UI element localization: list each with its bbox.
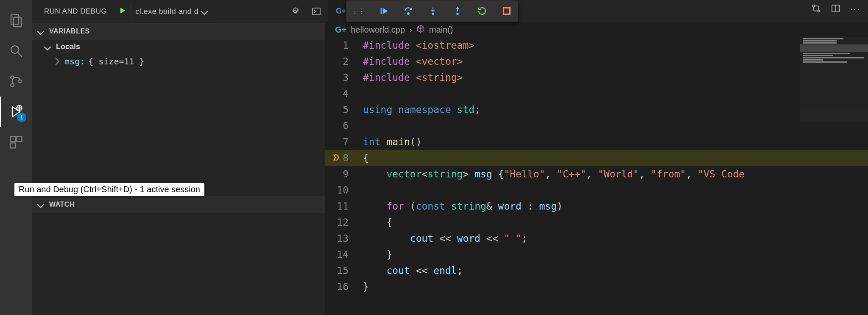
debug-config-select[interactable]: cl.exe build and d	[131, 4, 214, 19]
code-line[interactable]: 14 }	[325, 246, 868, 262]
svg-rect-14	[313, 8, 320, 15]
line-number: 14	[325, 246, 363, 262]
activity-debug[interactable]: 1	[0, 97, 32, 127]
code-line[interactable]: 9 vector<string> msg {"Hello", "C++", "W…	[325, 166, 868, 182]
code-line[interactable]: 4	[325, 86, 868, 102]
line-number: 1	[325, 37, 363, 53]
line-number: 11	[325, 198, 363, 214]
code-line[interactable]: 16}	[325, 279, 868, 295]
variable-value: { size=11 }	[88, 56, 144, 66]
stop-icon	[503, 7, 511, 15]
svg-point-16	[432, 13, 434, 15]
code-text: int main()	[363, 134, 868, 150]
debug-config-name: cl.exe build and d	[135, 7, 198, 16]
code-line[interactable]: 2#include <vector>	[325, 53, 868, 69]
compare-icon[interactable]	[811, 3, 821, 15]
code-text: cout << word << " ";	[363, 230, 868, 246]
debug-continue-button[interactable]	[378, 5, 390, 17]
debug-step-over-button[interactable]	[402, 5, 414, 17]
code-text: }	[363, 279, 868, 295]
line-number: 10	[325, 182, 363, 198]
split-editor-icon[interactable]	[831, 3, 841, 15]
start-debug-icon[interactable]	[119, 7, 126, 17]
code-text: #include <string>	[363, 69, 868, 86]
chevron-down-icon	[37, 201, 45, 208]
debug-badge: 1	[17, 113, 26, 122]
activity-search[interactable]	[0, 36, 32, 66]
variables-section-header[interactable]: VARIABLES	[32, 23, 325, 40]
svg-point-6	[18, 80, 22, 83]
code-line[interactable]: 8{	[325, 150, 868, 166]
code-text: #include <iostream>	[363, 37, 868, 53]
breadcrumb[interactable]: G+ helloworld.cpp › main()	[325, 22, 868, 37]
watch-section-header[interactable]: WATCH	[32, 196, 325, 213]
code-editor[interactable]: 1#include <iostream>2#include <vector>3#…	[325, 37, 868, 315]
settings-icon[interactable]	[287, 3, 304, 20]
debug-step-out-button[interactable]	[452, 5, 463, 17]
line-number: 9	[325, 166, 363, 182]
current-line-arrow-icon	[332, 150, 340, 166]
svg-rect-12	[11, 143, 16, 148]
watch-label: WATCH	[49, 201, 75, 208]
line-number: 3	[325, 69, 363, 86]
activity-scm[interactable]	[0, 66, 32, 97]
activity-bar: 1	[0, 0, 32, 315]
code-line[interactable]: 11 for (const string& word : msg)	[325, 198, 868, 214]
chevron-down-icon	[37, 28, 45, 35]
code-line[interactable]: 6	[325, 118, 868, 134]
code-line[interactable]: 12 {	[325, 214, 868, 230]
breadcrumb-symbol: main()	[429, 25, 453, 35]
code-text: }	[363, 246, 868, 262]
svg-point-17	[457, 13, 458, 15]
debug-side-panel: RUN AND DEBUG cl.exe build and d VARIABL…	[32, 0, 325, 315]
code-line[interactable]: 5using namespace std;	[325, 102, 868, 118]
code-line[interactable]: 3#include <string>	[325, 69, 868, 86]
line-number: 12	[325, 214, 363, 230]
code-line[interactable]: 13 cout << word << " ";	[325, 230, 868, 246]
svg-rect-10	[11, 137, 16, 142]
svg-line-3	[18, 53, 22, 57]
cpp-file-icon: G+	[335, 25, 346, 35]
cpp-file-icon: G+	[336, 7, 346, 16]
panel-header: RUN AND DEBUG cl.exe build and d	[32, 0, 325, 23]
code-line[interactable]: 15 cout << endl;	[325, 262, 868, 279]
breadcrumb-file: helloworld.cpp	[351, 25, 405, 35]
debug-stop-button[interactable]	[501, 5, 513, 17]
more-icon[interactable]: ···	[850, 3, 860, 15]
code-line[interactable]: 1#include <iostream>	[325, 37, 868, 53]
code-line[interactable]: 10	[325, 182, 868, 198]
svg-rect-0	[11, 15, 19, 25]
cube-icon	[416, 25, 425, 35]
code-text: cout << endl;	[363, 262, 868, 279]
drag-handle-icon[interactable]: ⋮⋮	[352, 7, 365, 15]
variable-name: msg:	[64, 56, 85, 66]
variable-row[interactable]: msg: { size=11 }	[32, 54, 325, 69]
code-text: {	[363, 214, 868, 230]
svg-rect-11	[17, 137, 22, 142]
locals-scope[interactable]: Locals	[32, 40, 325, 54]
breadcrumb-sep: ›	[409, 25, 412, 35]
svg-point-5	[11, 83, 14, 87]
line-number: 4	[325, 86, 363, 102]
svg-point-4	[11, 76, 14, 79]
svg-point-15	[407, 13, 409, 14]
activity-extensions[interactable]	[0, 127, 32, 158]
debug-restart-button[interactable]	[476, 5, 488, 17]
line-number: 15	[325, 262, 363, 279]
code-text: using namespace std;	[363, 102, 868, 118]
debug-console-icon[interactable]	[308, 3, 325, 20]
activity-explorer[interactable]	[0, 5, 32, 36]
editor-actions: ···	[811, 3, 860, 15]
minimap[interactable]	[800, 37, 868, 122]
code-line[interactable]: 7int main()	[325, 134, 868, 150]
svg-point-19	[818, 10, 820, 12]
chevron-right-icon	[53, 58, 60, 65]
chevron-down-icon	[201, 8, 208, 15]
line-number: 16	[325, 279, 363, 295]
debug-toolbar: ⋮⋮	[346, 0, 518, 22]
debug-step-into-button[interactable]	[427, 5, 439, 17]
code-text: vector<string> msg {"Hello", "C++", "Wor…	[363, 166, 868, 182]
code-text: {	[363, 150, 868, 166]
svg-rect-1	[14, 17, 21, 27]
line-number: 8	[325, 150, 363, 166]
